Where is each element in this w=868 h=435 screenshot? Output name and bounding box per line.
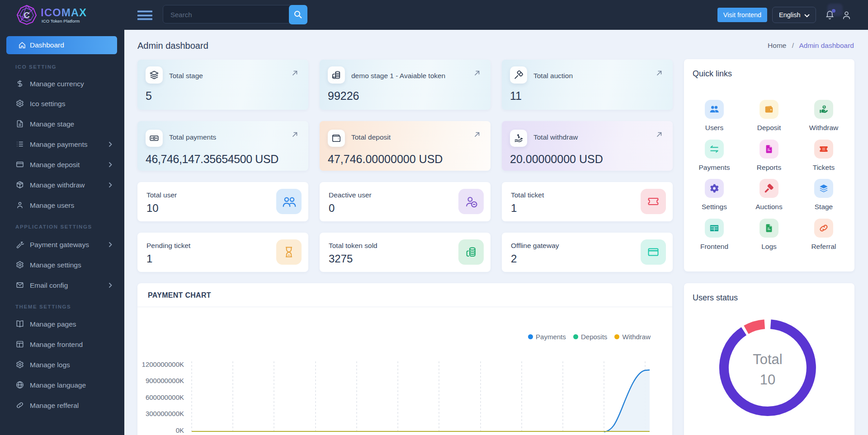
svg-text:900000000K: 900000000K bbox=[146, 377, 184, 384]
svg-text:10: 10 bbox=[760, 372, 775, 388]
svg-text:Total: Total bbox=[753, 351, 782, 367]
svg-text:600000000K: 600000000K bbox=[146, 393, 184, 401]
svg-text:300000000K: 300000000K bbox=[146, 410, 184, 417]
svg-text:0K: 0K bbox=[176, 426, 184, 434]
svg-text:C: C bbox=[24, 10, 30, 20]
svg-text:1200000000K: 1200000000K bbox=[142, 360, 184, 368]
